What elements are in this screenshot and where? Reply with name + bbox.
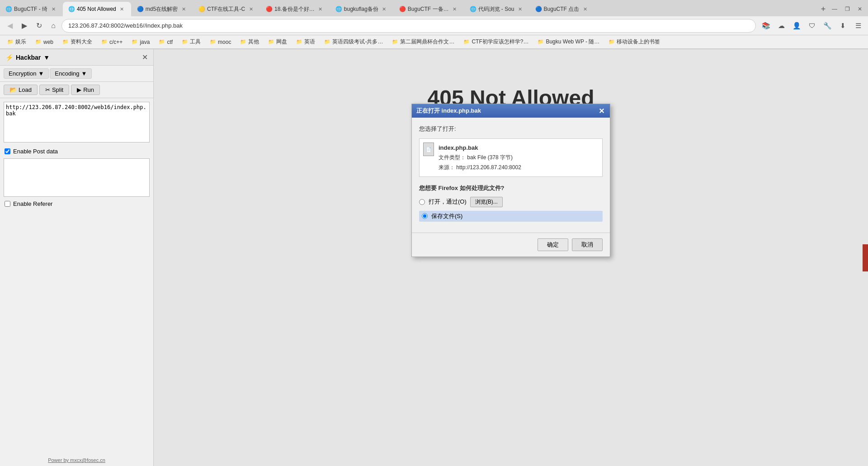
tab-tab2[interactable]: 🌐 405 Not Allowed ✕	[63, 2, 131, 16]
extensions-icon[interactable]: 🔧	[821, 19, 834, 32]
new-tab-button[interactable]: +	[816, 2, 830, 16]
bookmark-folder-icon: 📁	[392, 39, 398, 45]
encryption-dropdown[interactable]: Encryption ▼	[4, 68, 49, 79]
encoding-dropdown[interactable]: Encoding ▼	[50, 68, 92, 79]
refresh-button[interactable]: ↻	[33, 19, 45, 32]
bookmark-item-14[interactable]: 📁Bugku Web WP - 随…	[534, 37, 603, 47]
tab-tab4[interactable]: 🟡 CTF在线工具-C ✕	[193, 2, 260, 16]
load-button[interactable]: 📂 Load	[4, 85, 38, 95]
hackbar-title[interactable]: ⚡ Hackbar ▼	[5, 54, 50, 61]
minimize-button[interactable]: —	[830, 5, 839, 14]
dialog-body: 您选择了打开: 📄 index.php.bak 文件类型： bak File (…	[412, 118, 610, 233]
open-radio[interactable]	[419, 199, 425, 205]
content-area: 405 Not Allowed nginx 正在打开 index.php.bak…	[154, 49, 868, 466]
refresh-icon[interactable]: 🛡	[806, 19, 818, 32]
tab-bar: 🌐 BuguCTF - 绮 ✕ 🌐 405 Not Allowed ✕ 🔵 md…	[0, 0, 868, 16]
forward-button[interactable]: ▶	[18, 19, 31, 32]
source-label: 来源：	[439, 164, 455, 171]
bookmark-item-13[interactable]: 📁CTF初学应该怎样学?…	[460, 37, 532, 47]
close-window-button[interactable]: ✕	[855, 5, 864, 14]
bookmark-label: 英语	[304, 38, 315, 46]
tab-close-button[interactable]: ✕	[317, 5, 324, 13]
bookmark-folder-icon: 📁	[240, 39, 246, 45]
tab-tab5[interactable]: 🔴 18.备份是个好… ✕	[260, 2, 330, 16]
tab-favicon: 🔵	[535, 6, 542, 12]
settings-icon[interactable]: ☰	[852, 19, 864, 32]
tab-label: 代码浏览 - Sou	[478, 5, 514, 13]
tab-close-button[interactable]: ✕	[50, 5, 57, 13]
enable-post-label: Enable Post data	[13, 148, 58, 155]
tab-favicon: 🔴	[399, 6, 406, 12]
bookmark-item-8[interactable]: 📁其他	[236, 37, 263, 47]
bookmark-item-6[interactable]: 📁工具	[178, 37, 204, 47]
bookmark-label: mooc	[218, 39, 231, 45]
save-radio[interactable]	[422, 213, 428, 219]
tab-close-button[interactable]: ✕	[247, 5, 255, 13]
dialog-footer: 确定 取消	[412, 233, 610, 257]
address-bar[interactable]	[61, 19, 756, 33]
bookmark-item-12[interactable]: 📁第二届网鼎杯合作文…	[388, 37, 458, 47]
bookmark-label: 工具	[190, 38, 201, 46]
bookmark-item-1[interactable]: 📁web	[32, 38, 57, 46]
tab-tab3[interactable]: 🔵 md5在线解密 ✕	[132, 2, 193, 16]
tab-label: md5在线解密	[146, 5, 178, 13]
bookmark-item-15[interactable]: 📁移动设备上的书签	[605, 37, 664, 47]
bookmark-item-11[interactable]: 📁英语四级考试-共多…	[321, 37, 387, 47]
tab-tab9[interactable]: 🔵 BuguCTF 点击 ✕	[530, 2, 594, 16]
bookmark-label: 娱乐	[15, 38, 26, 46]
back-button[interactable]: ◀	[4, 19, 16, 32]
confirm-button[interactable]: 确定	[538, 238, 568, 251]
run-button[interactable]: ▶ Run	[71, 85, 100, 95]
bookmark-folder-icon: 📁	[268, 39, 274, 45]
bookmark-item-10[interactable]: 📁英语	[292, 37, 319, 47]
cancel-button[interactable]: 取消	[572, 238, 603, 251]
toolbar-icons: 📚 ☁ 👤 🛡 🔧 ⬇ ☰	[760, 19, 864, 32]
bookmark-item-3[interactable]: 📁c/c++	[98, 38, 126, 46]
bookmarks-bar: 📁娱乐📁web📁资料大全📁c/c++📁java📁ctf📁工具📁mooc📁其他📁网…	[0, 35, 868, 49]
bookmarks-icon[interactable]: 📚	[760, 19, 772, 32]
tab-favicon: 🔴	[266, 6, 272, 12]
hackbar-footer-link[interactable]: Power by mxcx@fosec.cn	[0, 454, 153, 466]
bookmark-folder-icon: 📁	[463, 39, 470, 45]
hackbar-chevron-icon: ▼	[43, 54, 50, 61]
tab-tab7[interactable]: 🔴 BuguCTF 一备… ✕	[394, 2, 464, 16]
dialog-close-button[interactable]: ✕	[597, 107, 605, 115]
open-option-label: 打开，通过(O)	[429, 198, 467, 206]
tab-tab8[interactable]: 🌐 代码浏览 - Sou ✕	[464, 2, 529, 16]
firefox-sync-icon[interactable]: ☁	[775, 19, 788, 32]
download-icon[interactable]: ⬇	[836, 19, 849, 32]
home-button[interactable]: ⌂	[47, 19, 60, 32]
tab-tab1[interactable]: 🌐 BuguCTF - 绮 ✕	[0, 2, 62, 16]
bookmark-item-4[interactable]: 📁java	[128, 38, 153, 46]
tab-close-button[interactable]: ✕	[451, 5, 458, 13]
bookmark-item-5[interactable]: 📁ctf	[155, 38, 176, 46]
tab-label: 18.备份是个好…	[274, 5, 315, 13]
tab-close-button[interactable]: ✕	[517, 5, 524, 13]
bookmark-item-9[interactable]: 📁网盘	[264, 37, 291, 47]
tab-close-button[interactable]: ✕	[381, 5, 388, 13]
tab-tab6[interactable]: 🌐 bugkuflag备份 ✕	[330, 2, 393, 16]
bookmark-item-2[interactable]: 📁资料大全	[59, 37, 96, 47]
tab-favicon: 🟡	[198, 6, 205, 12]
hackbar-header: ⚡ Hackbar ▼ ✕	[0, 49, 153, 66]
encoding-label: Encoding	[55, 70, 79, 77]
split-button[interactable]: ✂ Split	[39, 85, 69, 95]
bookmark-item-7[interactable]: 📁mooc	[206, 38, 235, 46]
enable-referer-checkbox[interactable]	[5, 201, 10, 207]
tab-close-button[interactable]: ✕	[581, 5, 589, 13]
profile-icon[interactable]: 👤	[790, 19, 803, 32]
enable-post-checkbox[interactable]	[5, 148, 10, 154]
bookmark-item-0[interactable]: 📁娱乐	[4, 37, 30, 47]
bookmark-label: 资料大全	[71, 38, 92, 46]
browse-button[interactable]: 浏览(B)...	[470, 197, 503, 207]
tab-favicon: 🔵	[137, 6, 143, 12]
hackbar-post-textarea[interactable]	[4, 158, 150, 197]
maximize-button[interactable]: ❐	[843, 5, 852, 14]
bookmark-folder-icon: 📁	[296, 39, 302, 45]
hackbar-url-textarea[interactable]	[4, 102, 150, 143]
tab-close-button[interactable]: ✕	[180, 5, 187, 13]
tab-close-button[interactable]: ✕	[118, 5, 126, 13]
window-controls: — ❐ ✕	[830, 2, 868, 16]
hackbar-close-button[interactable]: ✕	[142, 53, 148, 62]
dialog-titlebar: 正在打开 index.php.bak ✕	[412, 104, 610, 118]
